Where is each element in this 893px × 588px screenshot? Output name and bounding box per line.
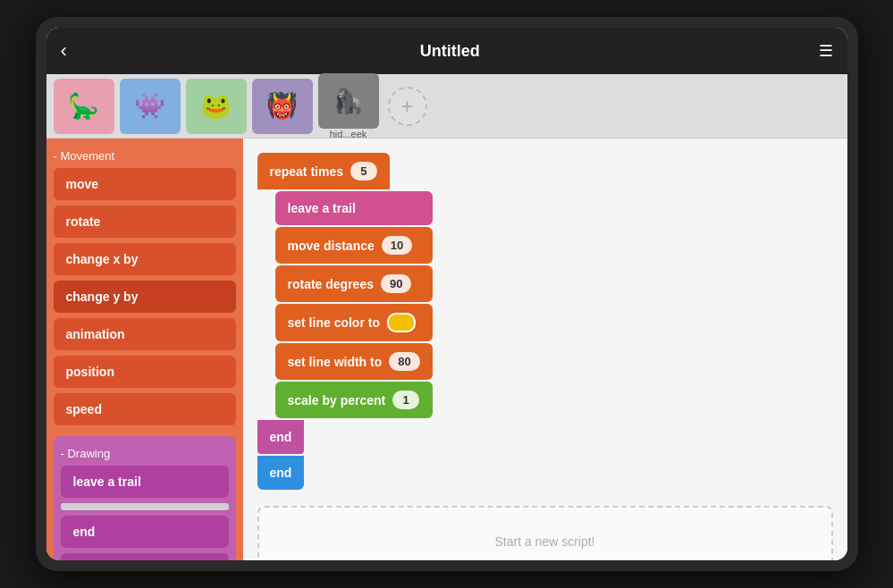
block-trail[interactable]: leave a trail <box>275 191 433 225</box>
block-repeat[interactable]: repeat times 5 <box>257 153 390 189</box>
add-character-button[interactable]: + <box>388 87 427 126</box>
block-trail-label: leave a trail <box>288 201 356 215</box>
top-bar: ‹ Untitled ☰ <box>46 28 847 74</box>
sidebar-drawing-label: - Drawing <box>61 447 229 460</box>
character-strip: 🦕 👾 🐸 👹 🦍 hid...eek + <box>46 74 847 139</box>
char-slot-1[interactable]: 🦕 <box>54 79 114 134</box>
sidebar-btn-linecolor[interactable]: set line color <box>61 553 229 560</box>
tablet-screen: ‹ Untitled ☰ 🦕 👾 🐸 👹 🦍 hid...eek + <box>46 28 847 560</box>
sidebar-btn-animation[interactable]: animation <box>54 318 236 350</box>
char-thumb-2[interactable]: 👾 <box>120 79 181 134</box>
char-slot-4[interactable]: 👹 <box>252 79 313 134</box>
sidebar-btn-position[interactable]: position <box>54 356 236 388</box>
back-button[interactable]: ‹ <box>61 39 67 63</box>
char-thumb-4[interactable]: 👹 <box>252 79 313 134</box>
sidebar-btn-move[interactable]: move <box>54 168 236 200</box>
char-slot-5[interactable]: 🦍 hid...eek <box>318 73 379 139</box>
sidebar-separator <box>61 503 229 510</box>
char-thumb-1[interactable]: 🦕 <box>54 79 114 134</box>
sidebar-btn-changey[interactable]: change y by <box>54 281 236 313</box>
char-label-5: hid...eek <box>330 129 367 139</box>
char-slot-3[interactable]: 🐸 <box>186 79 247 134</box>
block-scale[interactable]: scale by percent 1 <box>275 382 433 418</box>
indent-group: leave a trail move distance 10 rotate de… <box>275 191 433 420</box>
sidebar-btn-end[interactable]: end <box>61 516 229 548</box>
char-slot-2[interactable]: 👾 <box>120 79 181 134</box>
block-scale-value[interactable]: 1 <box>392 391 419 409</box>
page-title: Untitled <box>81 42 819 61</box>
block-linewidth-label: set line width to <box>288 355 383 369</box>
new-script-label: Start a new script! <box>494 534 594 549</box>
script-block-container: repeat times 5 leave a trail move distan… <box>257 153 833 491</box>
char-thumb-5[interactable]: 🦍 <box>318 73 379 129</box>
char-thumb-3[interactable]: 🐸 <box>186 79 247 134</box>
sidebar-btn-trail[interactable]: leave a trail <box>61 466 229 498</box>
block-scale-label: scale by percent <box>288 393 386 407</box>
block-end-inner-label: end <box>270 430 292 444</box>
menu-icon[interactable]: ☰ <box>819 41 833 61</box>
block-move-label: move distance <box>288 239 375 253</box>
block-move-value[interactable]: 10 <box>382 236 412 255</box>
tablet-frame: ‹ Untitled ☰ 🦕 👾 🐸 👹 🦍 hid...eek + <box>36 17 858 571</box>
block-linecolor-label: set line color to <box>288 315 380 330</box>
sidebar-movement-label: - Movement <box>54 149 236 163</box>
new-script-area[interactable]: Start a new script! <box>257 506 833 560</box>
block-rotate-label: rotate degrees <box>288 277 374 291</box>
block-end-inner[interactable]: end <box>257 420 305 454</box>
sidebar-btn-speed[interactable]: speed <box>54 393 236 425</box>
block-linewidth[interactable]: set line width to 80 <box>275 343 433 380</box>
block-move[interactable]: move distance 10 <box>275 227 433 264</box>
color-swatch[interactable] <box>387 313 416 332</box>
sidebar-drawing-section: - Drawing leave a trail end set line col… <box>54 436 236 560</box>
script-area: repeat times 5 leave a trail move distan… <box>243 139 847 560</box>
block-end-outer[interactable]: end <box>257 456 305 490</box>
sidebar: - Movement move rotate change x by chang… <box>46 139 243 560</box>
block-linecolor[interactable]: set line color to <box>275 304 433 341</box>
block-end-outer-label: end <box>270 466 292 480</box>
block-rotate[interactable]: rotate degrees 90 <box>275 265 433 302</box>
sidebar-btn-changex[interactable]: change x by <box>54 243 236 275</box>
block-rotate-value[interactable]: 90 <box>381 274 411 293</box>
block-repeat-value[interactable]: 5 <box>350 162 377 181</box>
block-repeat-label: repeat times <box>270 164 343 179</box>
main-content: - Movement move rotate change x by chang… <box>46 139 847 560</box>
sidebar-btn-rotate[interactable]: rotate <box>54 206 236 238</box>
block-linewidth-value[interactable]: 80 <box>389 352 419 371</box>
